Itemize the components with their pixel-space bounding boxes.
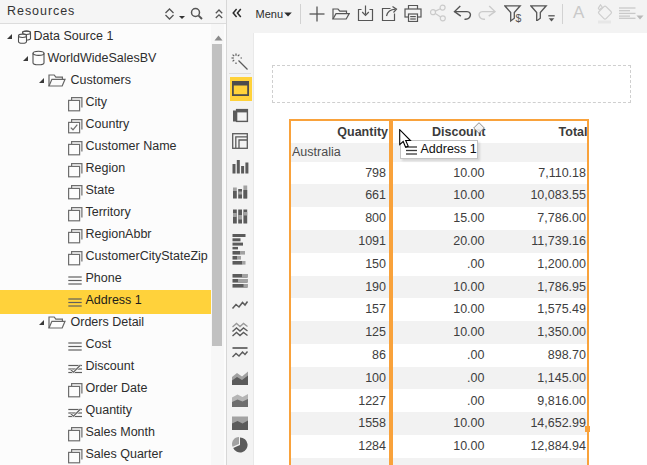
svg-text:$: $ <box>515 12 521 24</box>
